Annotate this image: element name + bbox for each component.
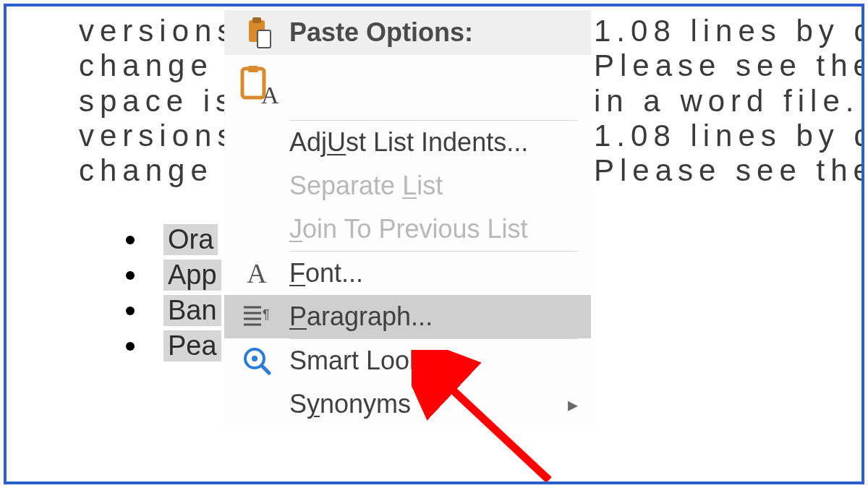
menu-item-label: Font...	[289, 258, 578, 288]
context-menu: Paste Options: A AdjUst List Indents...	[224, 10, 591, 426]
list-item-text: App	[163, 260, 221, 291]
text-line: 1.08 lines by defau	[594, 14, 864, 48]
paste-keep-text-only[interactable]: A	[224, 55, 591, 120]
bullet-icon	[126, 307, 135, 315]
svg-text:¶: ¶	[263, 307, 270, 322]
list-item[interactable]: Pea	[126, 330, 221, 361]
svg-rect-1	[252, 17, 261, 23]
menu-item-label: Join To Previous List	[289, 214, 578, 244]
submenu-arrow-icon: ▸	[553, 393, 578, 416]
bullet-icon	[126, 236, 135, 244]
text-line: Please see the step	[594, 48, 864, 83]
font-item[interactable]: A Font...	[224, 252, 591, 295]
bulleted-list[interactable]: Ora App Ban Pea	[126, 220, 221, 366]
list-item-text: Ora	[163, 224, 218, 255]
svg-point-13	[252, 356, 258, 361]
paragraph-item[interactable]: ¶ Paragraph...	[224, 295, 591, 338]
clipboard-text-icon: A	[224, 64, 289, 111]
menu-item-label: Paragraph...	[289, 301, 578, 332]
bullet-icon	[126, 342, 135, 351]
text-line: in a word file. In tl	[594, 84, 864, 119]
smart-lookup-icon	[224, 346, 289, 376]
document-text-right: 1.08 lines by defau Please see the step …	[594, 14, 864, 188]
menu-item-label: Synonyms	[289, 389, 553, 419]
menu-item-label: Smart Lookup	[289, 346, 578, 376]
svg-rect-4	[248, 66, 258, 72]
text-line: Please see the step	[594, 153, 864, 188]
text-line: 1.08 lines by defau	[594, 119, 864, 153]
bullet-icon	[126, 271, 135, 280]
paragraph-icon: ¶	[224, 304, 289, 329]
list-item-text: Pea	[163, 330, 221, 361]
svg-text:A: A	[261, 82, 279, 108]
paste-options-header: Paste Options:	[224, 10, 591, 55]
font-icon: A	[224, 257, 289, 289]
list-item-text: Ban	[163, 295, 221, 326]
svg-rect-2	[258, 30, 271, 48]
list-item[interactable]: Ban	[126, 295, 221, 326]
svg-line-12	[262, 366, 269, 373]
join-to-previous-list-item: Join To Previous List	[224, 207, 591, 251]
list-item[interactable]: App	[126, 260, 221, 291]
separate-list-item: Separate List	[224, 164, 591, 207]
synonyms-item[interactable]: Synonyms ▸	[224, 382, 591, 426]
menu-item-label: Separate List	[289, 171, 578, 201]
adjust-list-indents-item[interactable]: AdjUst List Indents...	[224, 121, 591, 164]
screenshot-frame: versions, change t space is versions, ch…	[4, 4, 864, 484]
menu-item-label: AdjUst List Indents...	[289, 127, 578, 158]
clipboard-icon	[224, 16, 289, 49]
smart-lookup-item[interactable]: Smart Lookup	[224, 339, 591, 382]
paste-options-label: Paste Options:	[289, 17, 578, 48]
list-item[interactable]: Ora	[126, 224, 221, 255]
